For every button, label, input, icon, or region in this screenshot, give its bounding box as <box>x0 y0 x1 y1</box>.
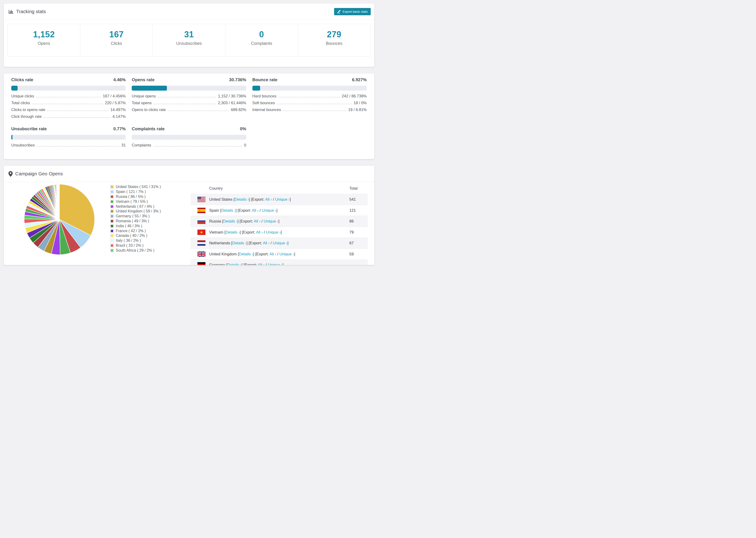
summary-label: Complaints <box>225 41 298 46</box>
export-unique-link[interactable]: Unique › <box>262 208 276 212</box>
geo-table: Country Total United States [Details ›] … <box>190 183 368 265</box>
geo-pie-chart[interactable] <box>23 183 96 256</box>
summary-cell-clicks: 167Clicks <box>80 24 153 56</box>
legend-item-canada[interactable]: Canada ( 40 / 2% ) <box>110 233 161 238</box>
legend-item-vietnam[interactable]: Vietnam ( 79 / 5% ) <box>110 199 161 204</box>
export-unique-link[interactable]: Unique › <box>264 219 278 223</box>
export-basic-stats-button[interactable]: Export basic stats <box>334 8 371 15</box>
table-row-united-kingdom: United Kingdom [Details ›] [Export: All … <box>190 248 368 260</box>
rate-detail-value: 689.82% <box>231 108 246 112</box>
dotted-leader <box>32 104 103 104</box>
page: Tracking stats Export basic stats 1,152O… <box>0 0 378 269</box>
rate-detail-value: 167 / 4.456% <box>103 94 126 98</box>
rates-card: Clicks rate4.46%Unique clicks167 / 4.456… <box>4 74 374 159</box>
summary-value: 31 <box>153 29 225 39</box>
export-all-link[interactable]: All › <box>265 197 272 201</box>
legend-item-india[interactable]: India ( 46 / 3% ) <box>110 224 161 228</box>
rate-detail-row: Unique clicks167 / 4.456% <box>11 94 126 101</box>
rate-detail-label: Unsubscribes <box>11 143 35 147</box>
legend-swatch <box>110 195 114 198</box>
details-link[interactable]: Details › <box>221 208 236 212</box>
details-link[interactable]: Details › <box>223 219 238 223</box>
rate-title: Complaints rate <box>132 126 165 132</box>
export-all-link[interactable]: All › <box>252 208 258 212</box>
legend-label: Spain ( 121 / 7% ) <box>116 190 146 194</box>
legend-label: Brazil ( 33 / 2% ) <box>116 243 143 248</box>
details-link[interactable]: Details › <box>232 241 246 245</box>
rate-block-complaints-rate: Complaints rate0%Complaints0 <box>132 126 246 150</box>
us-flag-icon <box>197 197 205 202</box>
total-cell: 541 <box>350 197 356 202</box>
export-all-link[interactable]: All › <box>256 230 263 234</box>
rate-detail-label: Complaints <box>132 143 151 147</box>
legend-item-brazil[interactable]: Brazil ( 33 / 2% ) <box>110 243 161 248</box>
rate-value: 0% <box>240 126 246 132</box>
export-all-link[interactable]: All › <box>270 252 276 256</box>
table-row-vietnam: Vietnam [Details ›] [Export: All › / Uni… <box>190 227 368 238</box>
legend-label: Canada ( 40 / 2% ) <box>116 234 147 238</box>
details-link[interactable]: Details › <box>239 252 253 256</box>
legend-item-netherlands[interactable]: Netherlands ( 67 / 4% ) <box>110 204 161 209</box>
pie-chart-svg[interactable] <box>23 183 96 256</box>
export-all-link[interactable]: All › <box>258 263 264 265</box>
rate-detail-label: Total clicks <box>11 101 30 105</box>
bar-chart-icon <box>9 9 14 14</box>
rate-detail-value: 2,303 / 61.446% <box>218 101 246 105</box>
rate-progress-fill <box>132 86 167 91</box>
rate-progress-fill <box>11 135 13 140</box>
export-unique-link[interactable]: Unique › <box>268 263 282 265</box>
export-all-link[interactable]: All › <box>263 241 269 245</box>
rate-detail-value: 19 / 6.81% <box>348 108 367 112</box>
tracking-stats-header: Tracking stats Export basic stats <box>4 4 374 20</box>
country-name: Russia <box>209 219 222 223</box>
country-cell: United States [Details ›] [Export: All ›… <box>190 197 291 202</box>
country-name: Vietnam <box>209 230 225 234</box>
rate-progress-bar <box>11 86 126 91</box>
total-cell: 59 <box>350 252 353 256</box>
details-link[interactable]: Details › <box>235 197 249 201</box>
legend-item-france[interactable]: France ( 42 / 2% ) <box>110 228 161 233</box>
rate-title: Opens rate <box>132 77 154 82</box>
rate-progress-bar <box>132 86 246 91</box>
legend-label: United States ( 541 / 31% ) <box>116 185 161 189</box>
export-unique-link[interactable]: Unique › <box>275 197 290 201</box>
dotted-leader <box>153 146 242 146</box>
legend-item-romania[interactable]: Romania ( 49 / 3% ) <box>110 219 161 224</box>
country-name: Spain <box>209 208 220 212</box>
export-unique-link[interactable]: Unique › <box>266 230 281 234</box>
summary-label: Clicks <box>80 41 153 46</box>
dotted-leader <box>37 146 120 146</box>
rate-progress-bar <box>132 135 246 140</box>
geo-legend: United States ( 541 / 31% )Spain ( 121 /… <box>110 185 161 253</box>
legend-item-united-kingdom[interactable]: United Kingdom ( 59 / 3% ) <box>110 209 161 214</box>
rate-title: Bounce rate <box>252 77 278 82</box>
rate-progress-bar <box>11 135 126 140</box>
rates-grid: Clicks rate4.46%Unique clicks167 / 4.456… <box>11 77 367 150</box>
legend-item-germany[interactable]: Germany ( 55 / 3% ) <box>110 214 161 219</box>
rate-detail-row: Unique opens1,152 / 30.736% <box>132 94 246 101</box>
rate-detail-value: 220 / 5.87% <box>105 101 126 105</box>
export-unique-link[interactable]: Unique › <box>273 241 287 245</box>
details-link[interactable]: Details › <box>225 230 240 234</box>
dotted-leader <box>283 111 346 111</box>
table-row-united-states: United States [Details ›] [Export: All ›… <box>190 194 368 205</box>
legend-swatch <box>110 244 114 247</box>
rate-value: 4.46% <box>113 77 126 82</box>
legend-item-russia[interactable]: Russia ( 86 / 5% ) <box>110 194 161 199</box>
rate-value: 6.927% <box>352 77 367 82</box>
legend-label: France ( 42 / 2% ) <box>116 229 146 233</box>
legend-item-south-africa[interactable]: South Africa ( 29 / 2% ) <box>110 248 161 253</box>
rate-detail-row: Opens to clicks rate689.82% <box>132 108 246 114</box>
legend-item-united-states[interactable]: United States ( 541 / 31% ) <box>110 185 161 189</box>
rate-detail-row: Clicks to opens rate14.497% <box>11 108 126 114</box>
legend-item-italy[interactable]: Italy ( 36 / 2% ) <box>110 238 161 243</box>
export-unique-link[interactable]: Unique › <box>279 252 294 256</box>
dotted-leader <box>158 97 216 97</box>
rate-title: Unsubscribe rate <box>11 126 47 132</box>
export-all-link[interactable]: All › <box>254 219 260 223</box>
rate-detail-value: 31 <box>121 143 126 147</box>
rate-value: 30.736% <box>229 77 246 82</box>
export-button-label: Export basic stats <box>343 10 368 13</box>
legend-item-spain[interactable]: Spain ( 121 / 7% ) <box>110 189 161 194</box>
details-link[interactable]: Details › <box>227 263 242 265</box>
